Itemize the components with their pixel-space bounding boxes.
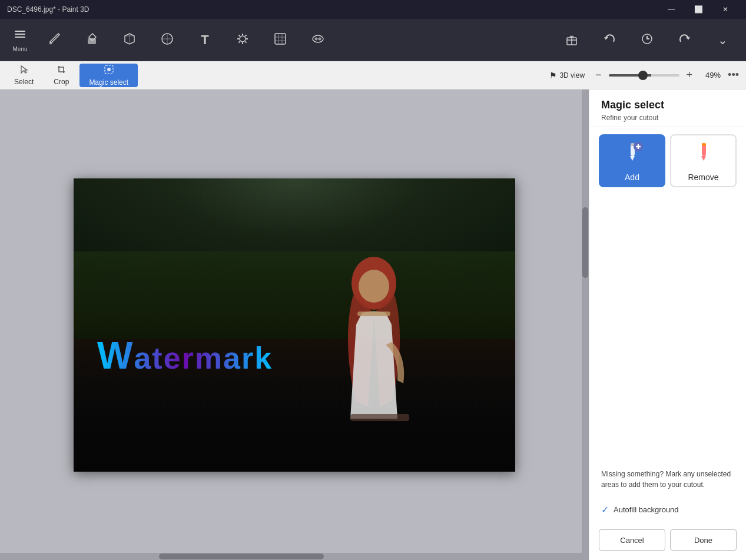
canvas-vscroll-thumb[interactable] xyxy=(582,207,588,278)
side-panel-title: Magic select xyxy=(601,99,734,111)
menu-button[interactable]: Menu xyxy=(5,21,35,59)
magic-select-tool-btn[interactable]: Magic select xyxy=(79,64,138,87)
more-options-button[interactable]: ⌄ xyxy=(704,21,741,59)
canvas-hscroll-thumb[interactable] xyxy=(159,554,324,559)
shapes3d-tool[interactable] xyxy=(111,21,148,59)
mixed-reality-tool[interactable] xyxy=(299,21,337,59)
effects-icon xyxy=(235,31,250,49)
magic-select-label: Magic select xyxy=(89,78,128,87)
stickers-tool[interactable] xyxy=(148,21,186,59)
menu-icon xyxy=(13,27,27,44)
svg-rect-2 xyxy=(15,37,25,38)
svg-point-28 xyxy=(319,37,321,40)
canvas-vertical-scrollbar[interactable] xyxy=(582,90,589,553)
zoom-percentage: 49% xyxy=(699,71,721,79)
remove-refine-button[interactable]: Remove xyxy=(670,134,737,187)
brush-tool[interactable] xyxy=(35,21,73,59)
crop-icon xyxy=(57,65,66,77)
undo-icon xyxy=(602,31,617,49)
zoom-out-button[interactable]: − xyxy=(593,69,604,81)
undo-button[interactable] xyxy=(591,21,628,59)
svg-line-19 xyxy=(239,41,240,42)
main-toolbar: Menu xyxy=(0,19,746,61)
svg-rect-37 xyxy=(357,312,390,316)
side-panel-header: Magic select Refine your cutout xyxy=(589,90,746,127)
chevron-down-icon: ⌄ xyxy=(718,34,728,46)
watermark-text: Watermark xyxy=(97,334,273,377)
remove-brush-icon xyxy=(692,140,715,168)
app-title: DSC_6496.jpg* - Paint 3D xyxy=(7,5,658,14)
action-buttons: Cancel Done xyxy=(589,525,746,560)
select-tool-btn[interactable]: Select xyxy=(5,64,43,87)
select-label: Select xyxy=(14,78,34,86)
close-button[interactable]: ✕ xyxy=(712,0,739,19)
view-3d-button[interactable]: ⚑ 3D view xyxy=(542,68,592,82)
magic-select-icon xyxy=(104,64,114,77)
minimize-button[interactable]: — xyxy=(658,0,685,19)
gift-icon xyxy=(564,31,579,49)
photo-scene: Watermark xyxy=(74,178,515,472)
stickers-icon xyxy=(160,31,175,49)
text-icon: T xyxy=(201,34,208,47)
redo-button[interactable] xyxy=(666,21,704,59)
erase-icon xyxy=(84,31,100,49)
zoom-slider[interactable] xyxy=(609,74,679,77)
add-brush-icon xyxy=(621,140,644,168)
svg-rect-1 xyxy=(15,34,25,35)
maximize-button[interactable]: ⬜ xyxy=(685,0,712,19)
zoom-in-button[interactable]: + xyxy=(684,69,695,81)
add-label: Add xyxy=(625,173,639,182)
svg-rect-38 xyxy=(350,414,409,421)
svg-rect-47 xyxy=(702,143,706,146)
mixed-reality-icon xyxy=(310,31,326,49)
history-icon xyxy=(639,31,655,49)
svg-rect-21 xyxy=(275,34,286,44)
canvas-area[interactable]: Watermark xyxy=(0,90,589,560)
svg-line-18 xyxy=(246,41,247,42)
svg-point-36 xyxy=(359,270,389,303)
zoom-more-button[interactable]: ••• xyxy=(725,69,741,81)
canvas-horizontal-scrollbar[interactable] xyxy=(0,553,589,560)
secondary-toolbar: Select Crop Magic select ⚑ 3D view − + xyxy=(0,61,746,90)
svg-rect-4 xyxy=(88,38,96,44)
autofill-label: Autofill background xyxy=(614,505,679,514)
select-icon xyxy=(19,65,29,77)
refine-buttons: Add Remove xyxy=(599,134,737,187)
woman-figure xyxy=(315,254,433,454)
canvas-inner: Watermark xyxy=(74,178,515,472)
autofill-row: ✓ Autofill background xyxy=(589,499,746,525)
photo-container: Watermark xyxy=(74,178,515,472)
done-button[interactable]: Done xyxy=(670,529,737,551)
menu-label: Menu xyxy=(12,46,27,52)
crop-label: Crop xyxy=(54,78,69,86)
svg-line-20 xyxy=(246,35,247,36)
effects-tool[interactable] xyxy=(224,21,261,59)
redo-icon xyxy=(677,31,692,49)
svg-marker-46 xyxy=(701,156,706,161)
brush-icon xyxy=(47,31,62,49)
canvas-icon xyxy=(273,31,288,49)
text-tool[interactable]: T xyxy=(186,21,224,59)
main-area: Watermark Magic select Refine your cutou… xyxy=(0,90,746,560)
svg-point-27 xyxy=(315,37,318,40)
svg-marker-40 xyxy=(630,156,635,161)
canvas-tool[interactable] xyxy=(261,21,299,59)
cancel-button[interactable]: Cancel xyxy=(599,529,665,551)
side-panel-subtitle: Refine your cutout xyxy=(601,114,734,122)
crop-tool-btn[interactable]: Crop xyxy=(44,64,78,87)
svg-point-34 xyxy=(107,68,111,71)
svg-point-26 xyxy=(313,35,323,42)
history-button[interactable] xyxy=(628,21,666,59)
add-refine-button[interactable]: Add xyxy=(599,134,665,187)
shapes3d-icon xyxy=(122,31,137,49)
erase-tool[interactable] xyxy=(73,21,111,59)
refine-cutout-section: Add Remove xyxy=(589,127,746,194)
flag-icon: ⚑ xyxy=(549,71,557,80)
svg-line-17 xyxy=(239,35,240,36)
svg-point-3 xyxy=(49,41,52,44)
svg-rect-0 xyxy=(15,31,25,32)
gift-button[interactable] xyxy=(553,21,591,59)
remove-label: Remove xyxy=(688,173,718,182)
autofill-checkmark: ✓ xyxy=(601,504,609,515)
zoom-controls: − + 49% ••• xyxy=(593,69,741,81)
